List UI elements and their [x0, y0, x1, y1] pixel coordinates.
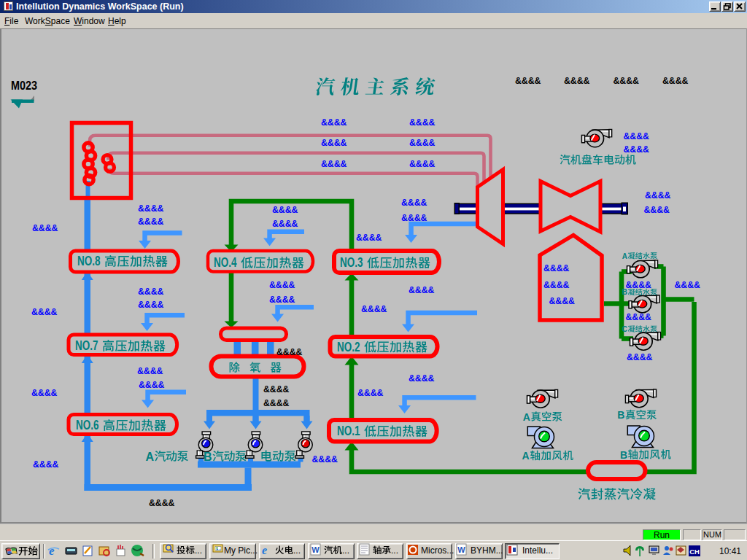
svg-text:NO.8: NO.8: [77, 254, 101, 268]
svg-text:&&&&: &&&&: [409, 373, 435, 384]
svg-text:&&&&: &&&&: [32, 222, 58, 233]
svg-text:B: B: [617, 409, 624, 421]
svg-text:&&&&: &&&&: [409, 117, 436, 128]
svg-text:&&&&: &&&&: [627, 351, 653, 362]
svg-text:&&&&: &&&&: [137, 365, 163, 376]
svg-text:&&&&: &&&&: [401, 197, 427, 208]
svg-text:&&&&: &&&&: [409, 137, 436, 148]
svg-text:&&&&: &&&&: [356, 232, 382, 243]
svg-text:&&&&: &&&&: [139, 379, 165, 390]
svg-text:&&&&: &&&&: [614, 75, 640, 86]
svg-text:&&&&: &&&&: [31, 387, 58, 398]
svg-text:C: C: [622, 325, 627, 333]
svg-text:&&&&: &&&&: [626, 279, 652, 290]
svg-text:&&&&: &&&&: [662, 75, 689, 86]
svg-text:&&&&: &&&&: [549, 295, 576, 306]
svg-text:&&&&: &&&&: [138, 299, 164, 310]
svg-text:&&&&: &&&&: [269, 279, 295, 290]
svg-text:W: W: [311, 545, 320, 554]
svg-text:&&&&: &&&&: [409, 158, 436, 169]
svg-text:&&&&: &&&&: [272, 204, 298, 215]
svg-text:&&&&: &&&&: [624, 144, 650, 155]
svg-text:&&&&: &&&&: [321, 117, 347, 128]
svg-text:&&&&: &&&&: [138, 286, 164, 297]
svg-text:&&&&: &&&&: [409, 284, 435, 295]
svg-text:&&&&: &&&&: [361, 303, 387, 314]
svg-text:B: B: [622, 288, 627, 296]
svg-text:A: A: [522, 450, 530, 462]
svg-text:&&&&: &&&&: [564, 75, 590, 86]
svg-text:&&&&: &&&&: [543, 279, 570, 290]
svg-text:&&&&: &&&&: [138, 216, 164, 227]
svg-text:&&&&: &&&&: [33, 459, 59, 470]
svg-text:&&&&: &&&&: [543, 262, 570, 273]
svg-text:&&&&: &&&&: [357, 387, 384, 398]
svg-text:B: B: [620, 449, 627, 461]
svg-text:&&&&: &&&&: [626, 311, 652, 322]
svg-text:&&&&: &&&&: [515, 75, 541, 86]
svg-text:&&&&: &&&&: [272, 218, 298, 229]
svg-text:NO.6: NO.6: [76, 418, 99, 432]
svg-text:NO.4: NO.4: [214, 255, 237, 270]
svg-text:&&&&: &&&&: [269, 294, 295, 305]
svg-text:&&&&: &&&&: [263, 397, 290, 408]
svg-text:NO.3: NO.3: [340, 255, 363, 270]
svg-text:&&&&: &&&&: [263, 384, 290, 394]
svg-text:&&&&: &&&&: [321, 137, 347, 148]
svg-text:NO.2: NO.2: [337, 340, 360, 354]
svg-text:&&&&: &&&&: [276, 346, 303, 357]
svg-text:NO.7: NO.7: [75, 338, 98, 353]
svg-text:A: A: [146, 451, 155, 463]
svg-text:&&&&: &&&&: [644, 204, 670, 215]
svg-text:A: A: [523, 411, 530, 423]
svg-text:B: B: [204, 451, 212, 463]
svg-text:&&&&: &&&&: [312, 454, 338, 464]
svg-text:&&&&: &&&&: [31, 306, 58, 317]
svg-text:&&&&: &&&&: [675, 279, 701, 290]
svg-text:&&&&: &&&&: [138, 203, 164, 214]
svg-text:&&&&: &&&&: [401, 212, 427, 223]
svg-text:&&&&: &&&&: [624, 131, 650, 141]
svg-text:NO.1: NO.1: [337, 424, 360, 438]
svg-text:A: A: [622, 252, 627, 260]
svg-text:e: e: [262, 544, 267, 556]
svg-text:&&&&: &&&&: [645, 190, 671, 201]
svg-text:M023: M023: [11, 79, 37, 93]
svg-text:W: W: [457, 545, 465, 554]
svg-text:&&&&: &&&&: [149, 497, 175, 508]
svg-text:&&&&: &&&&: [321, 158, 347, 169]
